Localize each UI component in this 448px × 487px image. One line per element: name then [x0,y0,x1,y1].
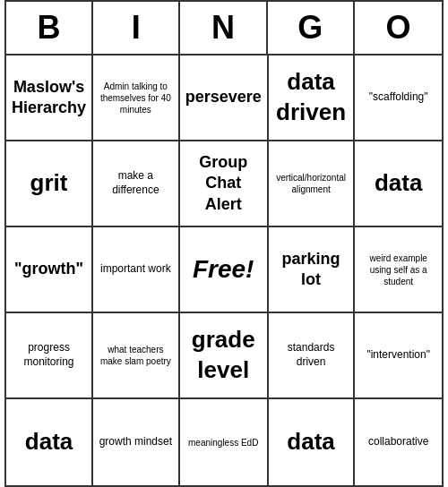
bingo-cell: persevere [180,56,269,141]
header-letter: G [268,2,355,54]
bingo-grid: Maslow's HierarchyAdmin talking to thems… [6,56,442,485]
cell-text: Free! [193,253,254,286]
bingo-cell: make a difference [93,141,180,227]
cell-text: "growth" [14,259,83,279]
header-letter: O [355,2,442,54]
bingo-cell: Admin talking to themselves for 40 minut… [93,56,180,141]
bingo-cell: vertical/horizontal alignment [269,141,356,227]
bingo-header: BINGO [6,2,442,56]
bingo-cell: "intervention" [355,313,442,399]
header-letter: N [180,2,267,54]
bingo-cell: grit [6,141,93,227]
cell-text: grade level [185,325,262,386]
cell-text: growth mindset [99,435,172,449]
header-letter: B [6,2,93,54]
cell-text: meaningless EdD [188,437,258,449]
bingo-cell: growth mindset [93,399,180,485]
bingo-cell: progress monitoring [6,313,93,399]
cell-text: Admin talking to themselves for 40 minut… [99,81,173,115]
cell-text: progress monitoring [12,341,86,369]
cell-text: weird example using self as a student [360,252,436,287]
bingo-cell: "growth" [6,227,93,313]
cell-text: important work [100,262,171,277]
cell-text: vertical/horizontal alignment [274,172,349,195]
bingo-cell: meaningless EdD [180,399,269,485]
cell-text: collaborative [368,435,428,449]
bingo-cell: important work [93,227,180,313]
bingo-cell: parking lot [269,227,356,313]
bingo-cell: what teachers make slam poetry [93,313,180,399]
bingo-cell: "scaffolding" [355,56,442,141]
bingo-cell: data driven [269,56,356,141]
bingo-card: BINGO Maslow's HierarchyAdmin talking to… [4,0,444,487]
bingo-cell: Group Chat Alert [180,141,269,227]
cell-text: Group Chat Alert [185,152,262,215]
bingo-cell: data [269,399,356,485]
header-letter: I [93,2,180,54]
cell-text: grit [30,168,68,199]
bingo-cell: collaborative [355,399,442,485]
bingo-cell: data [355,141,442,227]
cell-text: data driven [274,67,349,128]
cell-text: parking lot [274,249,349,291]
bingo-cell: standards driven [269,313,356,399]
bingo-cell: Free! [180,227,269,313]
cell-text: persevere [185,87,262,107]
cell-text: what teachers make slam poetry [99,344,173,367]
cell-text: data [287,427,334,457]
cell-text: make a difference [99,169,173,197]
cell-text: Maslow's Hierarchy [12,77,86,119]
cell-text: "intervention" [366,348,430,363]
cell-text: data [25,427,73,457]
cell-text: "scaffolding" [369,90,428,105]
cell-text: standards driven [274,341,349,369]
bingo-cell: weird example using self as a student [355,227,442,313]
bingo-cell: Maslow's Hierarchy [6,56,93,141]
bingo-cell: data [6,399,93,485]
cell-text: data [375,168,422,199]
bingo-cell: grade level [180,313,269,399]
